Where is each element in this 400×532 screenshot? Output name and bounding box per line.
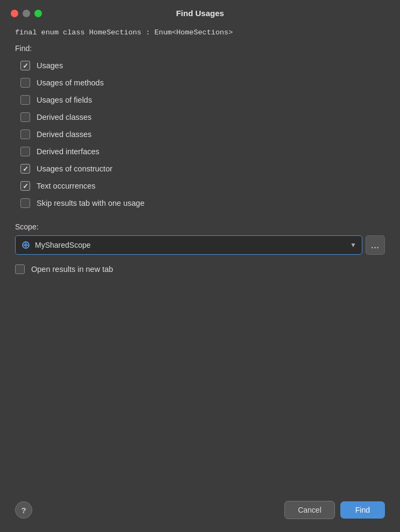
checkbox-label-usages: Usages — [37, 61, 63, 70]
symbol-text: final enum class HomeSections : Enum<Hom… — [15, 28, 385, 37]
checkbox-usages-of-fields[interactable] — [20, 95, 30, 105]
checkbox-row-usages-of-methods: Usages of methods — [20, 75, 385, 90]
checkbox-label-usages-of-methods: Usages of methods — [37, 78, 104, 87]
scope-more-button[interactable]: ... — [366, 235, 385, 255]
checkbox-row-derived-interfaces: Derived interfaces — [20, 144, 385, 159]
checkbox-derived-classes-2[interactable] — [20, 130, 30, 139]
checkbox-label-open-results: Open results in new tab — [31, 265, 113, 274]
checkbox-row-usages-of-constructor: Usages of constructor — [20, 161, 385, 176]
checkbox-usages[interactable] — [20, 61, 30, 70]
scope-dropdown[interactable]: MySharedScope ▼ — [15, 235, 362, 255]
help-button[interactable]: ? — [15, 501, 32, 519]
titlebar: Find Usages — [0, 0, 400, 23]
checkbox-usages-of-constructor[interactable] — [20, 164, 30, 174]
checkbox-row-skip-results: Skip results tab with one usage — [20, 196, 385, 211]
find-usages-dialog: Find Usages final enum class HomeSection… — [0, 0, 400, 532]
checkbox-usages-of-methods[interactable] — [20, 78, 30, 88]
checkbox-label-text-occurrences: Text occurrences — [37, 182, 96, 190]
scope-selected-value: MySharedScope — [35, 241, 346, 249]
checkbox-label-derived-classes-1: Derived classes — [37, 113, 91, 121]
find-label: Find: — [15, 44, 385, 53]
minimize-button[interactable] — [23, 10, 30, 17]
checkbox-label-derived-interfaces: Derived interfaces — [37, 147, 99, 156]
dialog-title: Find Usages — [176, 9, 224, 18]
scope-label: Scope: — [15, 222, 385, 231]
checkbox-label-usages-of-constructor: Usages of constructor — [37, 164, 112, 173]
checkbox-derived-interfaces[interactable] — [20, 147, 30, 156]
checkbox-label-derived-classes-2: Derived classes — [37, 130, 91, 139]
checkboxes-group: Usages Usages of methods Usages of field… — [20, 58, 385, 211]
dialog-content: final enum class HomeSections : Enum<Hom… — [0, 23, 400, 492]
scope-row: MySharedScope ▼ ... — [15, 235, 385, 255]
footer: ? Cancel Find — [0, 492, 400, 532]
checkbox-text-occurrences[interactable] — [20, 181, 30, 191]
checkbox-row-text-occurrences: Text occurrences — [20, 178, 385, 193]
checkbox-row-usages-of-fields: Usages of fields — [20, 92, 385, 107]
checkbox-label-usages-of-fields: Usages of fields — [37, 96, 92, 104]
maximize-button[interactable] — [34, 10, 42, 17]
footer-buttons: Cancel Find — [284, 501, 385, 519]
checkbox-open-results[interactable] — [15, 264, 25, 274]
scope-icon — [21, 240, 31, 250]
checkbox-derived-classes-1[interactable] — [20, 112, 30, 122]
cancel-button[interactable]: Cancel — [284, 501, 335, 519]
scope-dropdown-arrow: ▼ — [350, 241, 356, 249]
scope-section: Scope: MySharedScope ▼ ... — [15, 222, 385, 255]
find-button[interactable]: Find — [340, 501, 385, 519]
checkbox-row-usages: Usages — [20, 58, 385, 73]
checkbox-label-skip-results: Skip results tab with one usage — [37, 199, 145, 207]
open-results-row: Open results in new tab — [15, 264, 385, 274]
close-button[interactable] — [11, 10, 18, 17]
checkbox-row-derived-classes-1: Derived classes — [20, 110, 385, 125]
checkbox-row-derived-classes-2: Derived classes — [20, 127, 385, 142]
window-controls — [11, 10, 42, 17]
checkbox-skip-results[interactable] — [20, 198, 30, 208]
